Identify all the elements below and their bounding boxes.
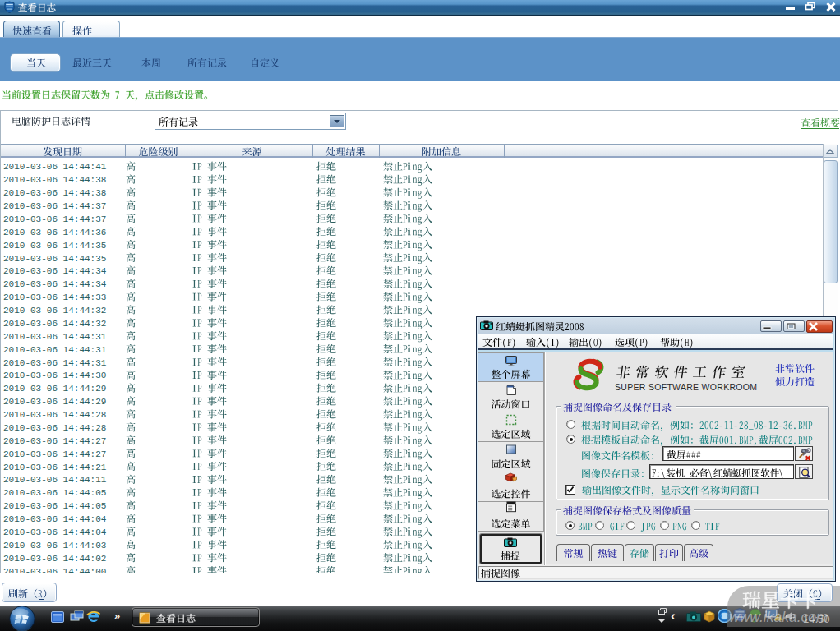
svg-text:www.ikaka.com: www.ikaka.com (729, 609, 828, 625)
